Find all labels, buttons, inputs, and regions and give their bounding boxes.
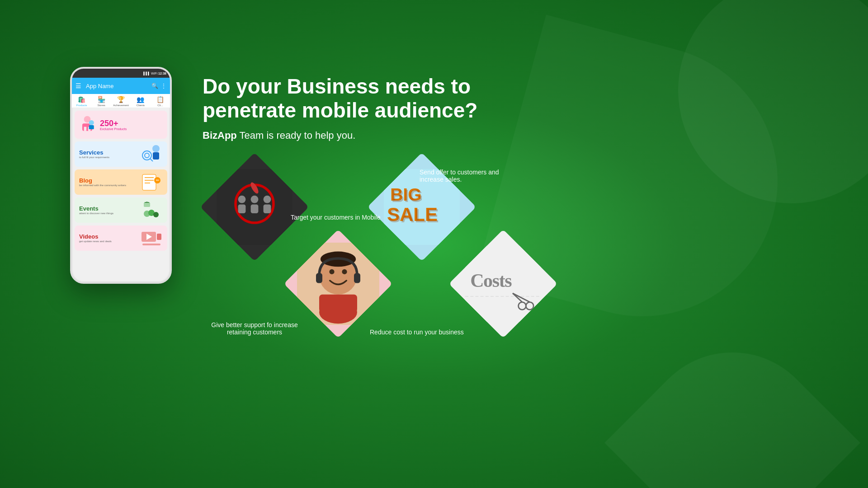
app-name: App Name xyxy=(86,83,149,89)
blog-card[interactable]: Blog be informed with the community writ… xyxy=(75,169,167,195)
svg-rect-7 xyxy=(153,152,159,160)
products-nav-icon: 🛍️ xyxy=(78,96,85,103)
svg-rect-30 xyxy=(238,204,246,213)
svg-text:Costs: Costs xyxy=(470,270,512,291)
nav-stores[interactable]: 🏪 Stores xyxy=(91,96,111,107)
products-info: 250+ Exclusive Products xyxy=(100,119,127,131)
svg-rect-26 xyxy=(142,244,160,245)
more-nav-icon: 📋 xyxy=(156,96,164,103)
wifi-icon: WiFi xyxy=(151,72,157,75)
svg-rect-25 xyxy=(157,234,161,240)
svg-rect-20 xyxy=(144,202,150,207)
svg-rect-34 xyxy=(264,204,271,213)
svg-point-4 xyxy=(89,120,94,125)
hamburger-icon[interactable]: ☰ xyxy=(75,82,81,89)
costs-icon: Costs xyxy=(465,246,541,322)
status-icons: ▌▌▌ WiFi 12:38 xyxy=(143,72,166,75)
events-illustration xyxy=(140,200,163,221)
target-icon xyxy=(217,169,292,245)
status-bar: ▌▌▌ WiFi 12:38 xyxy=(72,69,170,78)
svg-rect-32 xyxy=(251,204,259,213)
subheadline-rest: Team is ready to help you. xyxy=(237,130,356,141)
svg-rect-2 xyxy=(84,127,87,131)
videos-card[interactable]: Videos get update news and deals xyxy=(75,225,167,251)
support-icon xyxy=(297,243,379,325)
nav-products-label: Products xyxy=(76,104,87,107)
right-content: Do your Business needs to penetrate mobi… xyxy=(203,75,826,349)
search-icon[interactable]: 🔍 xyxy=(151,83,158,89)
phone-frame: ▌▌▌ WiFi 12:38 ☰ App Name 🔍 ⋮ 🛍️ Product… xyxy=(70,67,172,284)
blog-title: Blog xyxy=(79,177,140,184)
topbar-action-icons: 🔍 ⋮ xyxy=(151,83,166,89)
feature-diamonds: BIG SALE BIG SALE xyxy=(203,160,546,349)
svg-text:SALE: SALE xyxy=(388,205,439,226)
videos-illustration xyxy=(140,228,163,249)
videos-title: Videos xyxy=(79,233,140,240)
svg-rect-11 xyxy=(142,174,156,190)
svg-rect-47 xyxy=(354,273,360,283)
events-info: Events attent to discover new things xyxy=(79,205,140,216)
svg-point-9 xyxy=(145,153,149,158)
svg-rect-5 xyxy=(89,125,94,129)
stores-nav-icon: 🏪 xyxy=(98,96,105,103)
svg-line-10 xyxy=(150,159,153,161)
more-icon[interactable]: ⋮ xyxy=(161,83,166,89)
services-subtitle: to full fil your requirments xyxy=(79,156,140,160)
diamond-target xyxy=(200,153,309,261)
videos-info: Videos get update news and deals xyxy=(79,233,140,244)
events-subtitle: attent to discover new things xyxy=(79,212,140,216)
blog-illustration: ✏ xyxy=(140,172,163,192)
diamond-costs: Costs xyxy=(449,230,557,338)
caption-sale: Send offer to customers and increase sal… xyxy=(420,169,510,183)
svg-text:✏: ✏ xyxy=(156,178,160,183)
services-title: Services xyxy=(79,149,140,156)
app-content: 250+ Exclusive Products Services to full… xyxy=(72,108,170,252)
services-info: Services to full fil your requirments xyxy=(79,149,140,160)
blog-subtitle: be informed with the community writers xyxy=(79,184,140,188)
nav-stores-label: Stores xyxy=(97,104,105,107)
svg-point-6 xyxy=(152,145,160,152)
products-card[interactable]: 250+ Exclusive Products xyxy=(75,111,167,139)
services-card[interactable]: Services to full fil your requirments xyxy=(75,141,167,167)
clients-nav-icon: 👥 xyxy=(137,96,144,103)
videos-subtitle: get update news and deals xyxy=(79,240,140,244)
diamond-costs-inner: Costs xyxy=(449,230,557,338)
brand-name: BizApp xyxy=(203,130,237,141)
svg-rect-46 xyxy=(316,273,322,283)
diamond-target-inner xyxy=(201,153,308,261)
products-illustration xyxy=(78,114,96,135)
nav-clients[interactable]: 👥 Clients xyxy=(131,96,150,107)
caption-costs: Reduce cost to run your business xyxy=(370,328,464,336)
events-card[interactable]: Events attent to discover new things xyxy=(75,197,167,223)
nav-achievement[interactable]: 🏆 Achievement xyxy=(111,96,131,107)
phone-mockup: ▌▌▌ WiFi 12:38 ☰ App Name 🔍 ⋮ 🛍️ Product… xyxy=(70,67,181,293)
nav-more-label: Cli... xyxy=(157,104,163,107)
nav-products[interactable]: 🛍️ Products xyxy=(72,96,91,107)
svg-rect-49 xyxy=(319,295,357,312)
app-topbar: ☰ App Name 🔍 ⋮ xyxy=(72,78,170,94)
svg-text:BIG: BIG xyxy=(392,186,423,206)
subheadline: BizApp Team is ready to help you. xyxy=(203,130,826,141)
blog-info: Blog be informed with the community writ… xyxy=(79,177,140,188)
nav-more[interactable]: 📋 Cli... xyxy=(151,96,170,107)
services-illustration xyxy=(140,144,163,164)
products-count: 250+ xyxy=(100,119,127,127)
main-headline: Do your Business needs to penetrate mobi… xyxy=(203,75,483,122)
caption-sale-text: Send offer to customers and increase sal… xyxy=(420,169,499,183)
events-title: Events xyxy=(79,205,140,212)
caption-target: Target your customers in Mobile xyxy=(291,214,380,221)
caption-support: Give better support fo increase retainin… xyxy=(207,321,302,336)
svg-point-19 xyxy=(153,212,159,217)
products-label: Exclusive Products xyxy=(100,127,127,131)
nav-clients-label: Clients xyxy=(137,104,145,107)
time-display: 12:38 xyxy=(158,72,166,75)
achievement-nav-icon: 🏆 xyxy=(117,96,125,103)
bottom-nav: 🛍️ Products 🏪 Stores 🏆 Achievement 👥 Cli… xyxy=(72,94,170,108)
nav-achievement-label: Achievement xyxy=(113,104,129,107)
signal-icon: ▌▌▌ xyxy=(143,72,150,75)
